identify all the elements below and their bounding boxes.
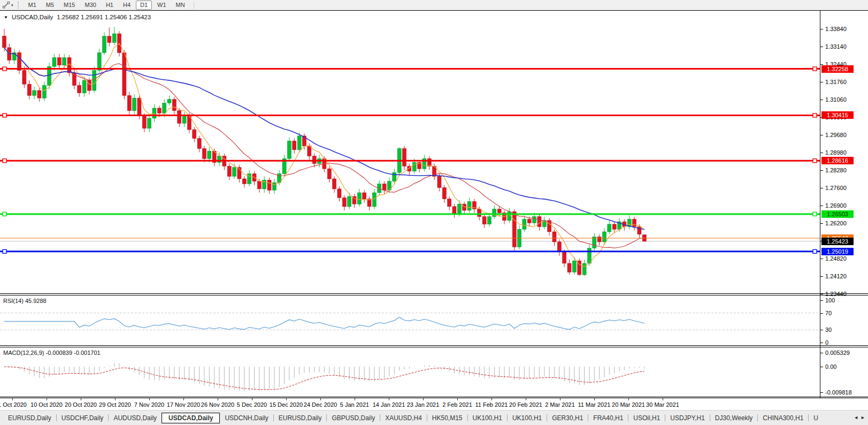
price-tick xyxy=(820,206,823,206)
macd-tick-label: 0.00 xyxy=(825,363,836,370)
price-tick xyxy=(820,135,823,135)
date-tick xyxy=(149,398,150,400)
macd-pane-bottom-border xyxy=(0,397,868,397)
timeframe-button-mn[interactable]: MN xyxy=(172,1,189,10)
price-tick xyxy=(820,64,823,65)
macd-chart-surface[interactable] xyxy=(0,347,820,397)
timeframe-button-h1[interactable]: H1 xyxy=(102,1,118,10)
rsi-tick xyxy=(820,343,823,343)
date-tick xyxy=(423,398,424,400)
date-tick xyxy=(594,398,595,400)
toolbar: ▾ M1M5M15M30H1H4D1W1MN xyxy=(0,0,868,10)
date-label: 23 Jan 2021 xyxy=(406,401,440,408)
date-label: 30 Mar 2021 xyxy=(646,401,680,408)
tab-uk100-h1[interactable]: UK100,H1 xyxy=(468,413,507,423)
tab-eurusd-daily[interactable]: EURUSD,Daily xyxy=(3,413,56,423)
price-tick xyxy=(820,188,823,188)
rsi-axis[interactable]: 10070300 xyxy=(820,295,868,345)
date-tick xyxy=(81,398,81,400)
timeframe-button-m5[interactable]: M5 xyxy=(42,1,58,10)
rsi-chart-surface[interactable] xyxy=(0,295,820,345)
tab-uk100-h1[interactable]: UK100,H1 xyxy=(508,413,547,423)
date-label: 2 Feb 2021 xyxy=(440,401,474,408)
rsi-tick-label: 70 xyxy=(825,310,832,316)
tool-dropdown-caret-icon[interactable]: ▾ xyxy=(11,3,13,7)
price-level-label: 1.32258 xyxy=(821,65,854,73)
macd-tick-label: 0.005329 xyxy=(825,350,850,356)
symbol-period-label: USDCAD,Daily xyxy=(12,14,53,20)
macd-tick xyxy=(820,353,823,353)
price-chart-surface[interactable] xyxy=(0,11,820,293)
rsi-tick xyxy=(820,300,823,301)
cursor-tool-icon[interactable] xyxy=(3,2,10,9)
tab-usdchf-daily[interactable]: USDCHF,Daily xyxy=(57,413,109,423)
date-label: 10 Oct 2020 xyxy=(29,401,64,408)
macd-indicator-label: MACD(12,26,9) -0.000839 -0.001701 xyxy=(3,350,101,356)
tab-usdjpy-h1[interactable]: USDJPY,H1 xyxy=(665,413,709,423)
price-tick xyxy=(820,100,823,100)
date-tick xyxy=(12,398,13,400)
price-tick-label: 1.31760 xyxy=(825,79,847,85)
tab-usdcnh-daily[interactable]: USDCNH,Daily xyxy=(220,413,273,423)
tab-ger30-h1[interactable]: GER30,H1 xyxy=(547,413,588,423)
macd-tick xyxy=(820,392,823,393)
toolbar-grip[interactable] xyxy=(18,2,20,9)
price-tick-label: 1.31060 xyxy=(825,96,847,103)
tab-china300-h1[interactable]: CHINA300,H1 xyxy=(758,413,808,423)
tab-usoil-h1[interactable]: USOil,H1 xyxy=(628,413,665,423)
macd-axis[interactable]: 0.0053290.00-0.009818 xyxy=(820,347,868,397)
price-tick-label: 1.24120 xyxy=(825,273,847,279)
collapse-caret-icon[interactable]: ▼ xyxy=(4,15,8,20)
date-label: 2 Mar 2021 xyxy=(543,401,577,408)
tab-u[interactable]: U xyxy=(809,413,823,423)
date-tick xyxy=(457,398,458,400)
date-label: 14 Jan 2021 xyxy=(372,401,406,408)
date-label: 26 Nov 2020 xyxy=(201,401,235,408)
chart-tab-bar: EURUSD,DailyUSDCHF,DailyAUDUSD,DailyUSDC… xyxy=(0,410,868,425)
tab-dj30-weekly[interactable]: DJ30,Weekly xyxy=(710,413,757,423)
tool-group: ▾ xyxy=(0,2,15,9)
date-label: 15 Dec 2020 xyxy=(269,401,303,408)
timeframe-button-w1[interactable]: W1 xyxy=(153,1,171,10)
price-level-label: 1.30415 xyxy=(821,111,854,119)
current-price-label: 1.25423 xyxy=(821,238,854,245)
date-tick xyxy=(628,398,629,400)
tab-fra40-h1[interactable]: FRA40,H1 xyxy=(588,413,628,423)
date-tick xyxy=(115,398,116,400)
date-tick xyxy=(389,398,389,400)
price-tick-label: 1.33840 xyxy=(825,26,847,32)
price-axis[interactable]: 1.338401.331401.324401.317601.310601.303… xyxy=(820,11,868,294)
timeframe-button-m1[interactable]: M1 xyxy=(24,1,41,10)
date-label: 24 Dec 2020 xyxy=(303,401,337,408)
toolbar-separator xyxy=(194,2,194,9)
date-tick xyxy=(491,398,492,400)
tabs-scroll-right-icon[interactable]: ► xyxy=(861,414,865,421)
tab-hk50-m15[interactable]: HK50,M15 xyxy=(427,413,467,423)
date-tick xyxy=(320,398,321,400)
date-label: 17 Nov 2020 xyxy=(166,401,201,408)
tabs-scroll-left-icon[interactable]: ◄ xyxy=(854,414,858,421)
timeframe-button-h4[interactable]: H4 xyxy=(119,1,135,10)
price-tick-label: 1.24820 xyxy=(825,255,847,262)
price-level-label: 1.28616 xyxy=(821,157,854,164)
price-level-label: 1.26503 xyxy=(821,210,854,218)
macd-tick xyxy=(820,367,823,367)
chart-title: ▼ USDCAD,Daily 1.25682 1.25691 1.25406 1… xyxy=(4,14,151,20)
tab-audusd-daily[interactable]: AUDUSD,Daily xyxy=(109,413,162,423)
tab-usdcad-daily[interactable]: USDCAD,Daily xyxy=(162,413,220,423)
date-tick xyxy=(663,398,663,400)
tab-eurusd-daily[interactable]: EURUSD,Daily xyxy=(274,413,327,423)
timeframe-button-m30[interactable]: M30 xyxy=(80,1,100,10)
price-tick-label: 1.27600 xyxy=(825,185,847,191)
tab-gbpusd-daily[interactable]: GBPUSD,Daily xyxy=(327,413,380,423)
price-tick-label: 1.28280 xyxy=(825,167,847,173)
rsi-indicator-label: RSI(14) 45.9288 xyxy=(3,298,47,304)
tab-xauusd-h4[interactable]: XAUUSD,H4 xyxy=(380,413,427,423)
tab-scroll-arrows: ◄ ► xyxy=(852,413,867,422)
date-tick xyxy=(355,398,355,400)
timeframe-button-m15[interactable]: M15 xyxy=(59,1,79,10)
price-tick xyxy=(820,82,823,82)
date-axis[interactable]: 1 Oct 202010 Oct 202020 Oct 202029 Oct 2… xyxy=(0,398,820,410)
date-tick xyxy=(526,398,526,400)
timeframe-button-d1[interactable]: D1 xyxy=(136,1,152,10)
